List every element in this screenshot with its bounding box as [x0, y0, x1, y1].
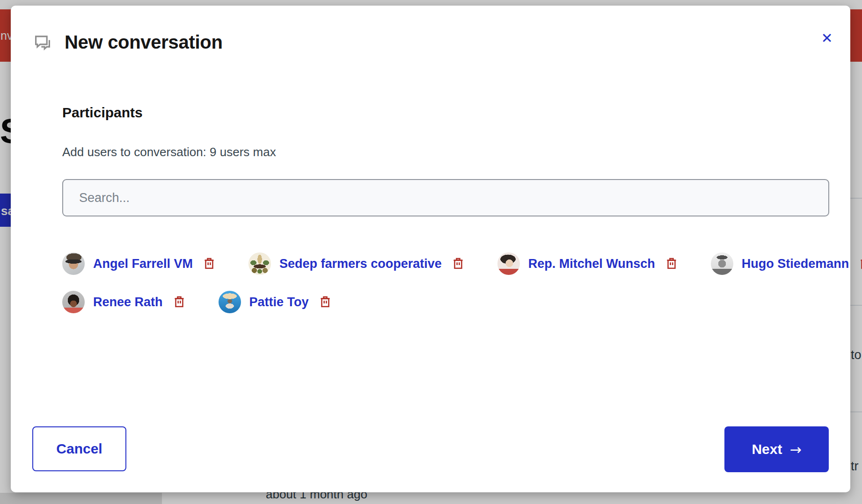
participant-item: Renee Rath [62, 291, 186, 313]
trash-icon[interactable] [452, 257, 465, 270]
next-button-label: Next [752, 441, 782, 457]
participant-name-link[interactable]: Pattie Toy [249, 295, 309, 310]
participant-name-link[interactable]: Angel Farrell VM [93, 257, 193, 271]
participant-item: Pattie Toy [219, 291, 332, 313]
participant-item: Sedep farmers cooperative [248, 252, 465, 275]
search-input[interactable] [62, 179, 829, 216]
avatar [62, 252, 85, 275]
forum-icon [33, 33, 52, 52]
avatar [62, 291, 85, 313]
participants-row: Angel Farrell VM Sedep farmers cooperati… [62, 252, 829, 275]
participants-list: Angel Farrell VM Sedep farmers cooperati… [62, 252, 829, 329]
participant-name-link[interactable]: Rep. Mitchel Wunsch [528, 257, 655, 271]
avatar [248, 252, 271, 275]
arrow-right-icon: → [789, 441, 801, 458]
participant-name-link[interactable]: Renee Rath [93, 295, 163, 310]
participant-item: Angel Farrell VM [62, 252, 216, 275]
next-button[interactable]: Next → [724, 426, 829, 472]
close-icon[interactable]: ✕ [817, 28, 837, 49]
participants-row: Renee Rath Pattie Toy [62, 291, 829, 313]
modal-title: New conversation [65, 32, 223, 53]
avatar [219, 291, 241, 313]
trash-icon[interactable] [859, 257, 862, 270]
participants-heading: Participants [62, 105, 143, 121]
participants-description: Add users to conversation: 9 users max [62, 145, 276, 159]
avatar [711, 252, 733, 275]
trash-icon[interactable] [665, 257, 678, 270]
cancel-button[interactable]: Cancel [32, 426, 126, 471]
participant-name-link[interactable]: Sedep farmers cooperative [279, 257, 442, 271]
trash-icon[interactable] [319, 295, 332, 309]
avatar [497, 252, 520, 275]
modal-header: New conversation [33, 32, 223, 53]
trash-icon[interactable] [173, 295, 186, 309]
participant-item: Hugo Stiedemann [711, 252, 862, 275]
new-conversation-modal: ✕ New conversation Participants Add user… [11, 6, 850, 492]
participant-name-link[interactable]: Hugo Stiedemann [742, 257, 849, 271]
participant-item: Rep. Mitchel Wunsch [497, 252, 678, 275]
trash-icon[interactable] [203, 257, 216, 270]
